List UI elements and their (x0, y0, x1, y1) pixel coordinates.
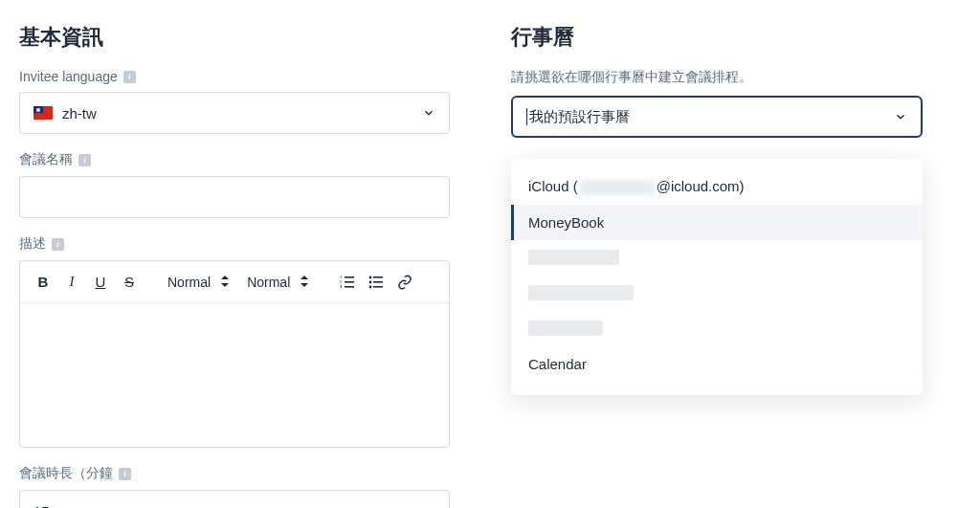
info-icon[interactable] (123, 71, 136, 83)
editor-body[interactable] (20, 303, 449, 447)
flag-icon (33, 106, 53, 120)
calendar-group-header: iCloud (@icloud.com) (511, 170, 923, 205)
calendar-select[interactable]: 我的預設行事曆 (511, 96, 923, 138)
calendar-helper: 請挑選欲在哪個行事曆中建立會議排程。 (511, 69, 923, 86)
heading-select[interactable]: Normal (160, 269, 237, 296)
svg-rect-4 (345, 276, 354, 278)
svg-point-12 (369, 285, 372, 288)
strike-button[interactable]: S (116, 269, 143, 296)
unordered-list-button[interactable] (363, 269, 390, 296)
description-editor: B I U S Normal Normal 123 (19, 260, 450, 448)
invitee-language-label: Invitee language (19, 69, 118, 84)
invitee-language-field: Invitee language zh-tw (19, 69, 450, 134)
calendar-option[interactable]: . (511, 311, 923, 346)
svg-marker-3 (301, 283, 308, 287)
duration-label: 會議時長（分鐘 (19, 465, 113, 482)
meeting-name-input[interactable] (19, 176, 450, 218)
svg-rect-13 (373, 276, 383, 278)
info-icon[interactable] (52, 238, 64, 251)
duration-field: 會議時長（分鐘 15 (19, 465, 450, 508)
info-icon[interactable] (78, 154, 91, 166)
sort-icon (220, 275, 230, 290)
underline-button[interactable]: U (87, 269, 114, 296)
svg-marker-1 (221, 283, 229, 287)
meeting-name-label: 會議名稱 (19, 151, 73, 168)
svg-marker-2 (301, 276, 308, 279)
description-label: 描述 (19, 235, 46, 253)
calendar-option[interactable]: MoneyBook (511, 205, 923, 240)
ordered-list-button[interactable]: 123 (334, 269, 361, 296)
info-icon[interactable] (119, 468, 131, 480)
paragraph-select[interactable]: Normal (239, 269, 317, 296)
svg-text:3: 3 (340, 284, 343, 289)
meeting-name-field: 會議名稱 (19, 151, 450, 218)
calendar-title: 行事曆 (511, 23, 923, 52)
link-button[interactable] (391, 269, 418, 296)
italic-button[interactable]: I (58, 269, 85, 296)
svg-rect-6 (345, 286, 354, 288)
chevron-down-icon (894, 110, 907, 123)
calendar-option[interactable]: . (511, 276, 923, 311)
calendar-option[interactable]: Calendar (511, 346, 923, 382)
sort-icon (300, 275, 309, 290)
bold-button[interactable]: B (30, 269, 56, 296)
svg-point-11 (369, 280, 372, 283)
basic-info-title: 基本資訊 (19, 23, 450, 52)
chevron-down-icon (422, 504, 435, 508)
invitee-language-select[interactable]: zh-tw (19, 92, 450, 134)
duration-value: 15 (33, 503, 50, 509)
calendar-option[interactable]: . (511, 240, 923, 276)
svg-rect-5 (345, 281, 354, 283)
redacted-text (580, 180, 655, 195)
svg-point-10 (369, 276, 372, 278)
editor-toolbar: B I U S Normal Normal 123 (20, 261, 449, 303)
language-value: zh-tw (62, 105, 97, 121)
svg-rect-14 (373, 281, 383, 283)
svg-marker-0 (221, 276, 229, 279)
calendar-selected-value: 我的預設行事曆 (529, 108, 630, 126)
svg-rect-15 (373, 286, 383, 288)
duration-select[interactable]: 15 (19, 490, 450, 508)
text-cursor (526, 108, 527, 125)
chevron-down-icon (422, 106, 435, 120)
calendar-dropdown: iCloud (@icloud.com) MoneyBook . . . Cal… (511, 159, 923, 395)
description-field: 描述 B I U S Normal Normal (19, 235, 450, 448)
